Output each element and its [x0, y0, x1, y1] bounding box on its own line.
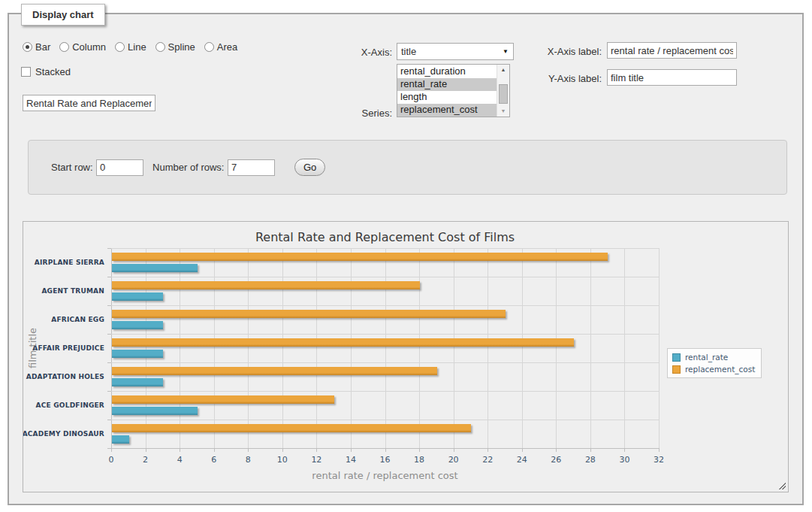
bar-replacement_cost[interactable] [112, 253, 608, 261]
chart-legend: rental_ratereplacement_cost [667, 348, 762, 378]
bar-rental_rate[interactable] [112, 264, 198, 272]
x-tick-label: 16 [374, 455, 397, 465]
chart-type-radio-bar[interactable]: Bar [23, 41, 50, 53]
series-options: rental_durationrental_ratelengthreplacem… [397, 65, 497, 117]
gridline-v [146, 248, 146, 448]
legend-label: replacement_cost [685, 365, 755, 374]
x-axis-tick [111, 449, 112, 452]
y-axis-label-input[interactable] [607, 69, 737, 86]
x-tick-label: 32 [647, 455, 670, 465]
y-axis-label-label: Y-Axis label: [527, 73, 602, 84]
rows-panel: Start row: Number of rows: Go [28, 140, 787, 195]
chart-type-radio-line[interactable]: Line [115, 41, 146, 53]
x-axis-label-input[interactable] [607, 42, 737, 59]
go-button[interactable]: Go [294, 159, 325, 176]
chart-type-radio-column[interactable]: Column [59, 41, 106, 53]
gridline-v [180, 248, 180, 448]
x-axis-tick [316, 449, 317, 452]
bar-rental_rate[interactable] [112, 378, 163, 386]
radio-label: Spline [168, 41, 195, 53]
bar-rental_rate[interactable] [112, 407, 198, 415]
chart-type-radio-spline[interactable]: Spline [155, 41, 195, 53]
bar-replacement_cost[interactable] [112, 395, 334, 404]
y-axis-tick [107, 391, 111, 392]
x-axis-tick [624, 449, 625, 452]
bar-rental_rate[interactable] [112, 292, 163, 301]
gridline-v [454, 248, 454, 448]
gridline-v [214, 248, 215, 448]
bar-rental_rate[interactable] [112, 321, 163, 329]
bar-rental_rate[interactable] [112, 350, 163, 358]
chart-type-radiogroup: BarColumnLineSplineArea [23, 41, 243, 53]
legend-swatch-icon [672, 365, 681, 374]
x-axis-line [111, 448, 660, 449]
x-tick-label: 22 [476, 455, 499, 465]
resize-handle-icon[interactable] [777, 481, 786, 489]
legend-item-replacement_cost[interactable]: replacement_cost [672, 365, 755, 374]
bar-replacement_cost[interactable] [112, 338, 574, 347]
series-option-rental_duration[interactable]: rental_duration [397, 65, 497, 78]
chart-title-input[interactable] [23, 95, 155, 111]
bar-replacement_cost[interactable] [112, 281, 420, 289]
x-tick-label: 18 [408, 455, 430, 465]
x-axis-title: rental rate / replacement cost [111, 470, 659, 481]
x-axis-tick [659, 449, 660, 452]
x-axis-tick [590, 449, 591, 452]
gridline-h [111, 305, 659, 306]
gridline-h [111, 334, 659, 335]
gridline-v [556, 248, 557, 448]
gridline-v [624, 248, 625, 448]
bar-replacement_cost[interactable] [112, 424, 471, 432]
panel-title: Display chart [21, 4, 105, 26]
series-scrollbar[interactable]: ▲ ▼ [497, 65, 509, 117]
gridline-v [351, 248, 352, 448]
chart-container: Rental Rate and Replacement Cost of Film… [23, 221, 789, 492]
x-tick-label: 2 [134, 455, 157, 465]
scrollbar-thumb[interactable] [499, 84, 508, 104]
series-option-length[interactable]: length [397, 91, 497, 104]
x-axis-label-label: X-Axis label: [527, 46, 602, 57]
x-axis-tick [146, 449, 146, 452]
stacked-row: Stacked [21, 66, 71, 77]
gridline-v [282, 248, 283, 448]
series-option-replacement_cost[interactable]: replacement_cost [397, 104, 497, 117]
x-axis-select[interactable]: title ▼ [397, 43, 514, 60]
num-rows-input[interactable] [228, 159, 275, 176]
chevron-down-icon: ▼ [503, 48, 509, 55]
x-axis-tick [419, 449, 420, 452]
gridline-h [111, 420, 659, 420]
x-axis-tick [385, 449, 386, 452]
y-axis-tick [107, 334, 111, 335]
num-rows-label: Number of rows: [152, 162, 224, 173]
chart-title: Rental Rate and Replacement Cost of Film… [111, 230, 659, 244]
x-axis-tick [488, 449, 488, 452]
series-option-rental_rate[interactable]: rental_rate [397, 78, 497, 91]
chart-type-radio-area[interactable]: Area [204, 41, 237, 53]
x-axis-tick [556, 449, 557, 452]
y-axis-tick [107, 362, 111, 363]
x-axis-tick [214, 449, 215, 452]
stacked-checkbox[interactable] [21, 67, 31, 77]
start-row-input[interactable] [96, 159, 143, 176]
legend-label: rental_rate [685, 353, 728, 362]
legend-item-rental_rate[interactable]: rental_rate [672, 353, 755, 362]
x-tick-label: 12 [305, 455, 328, 465]
bar-replacement_cost[interactable] [112, 310, 506, 318]
bar-replacement_cost[interactable] [112, 367, 437, 375]
gridline-h [111, 277, 659, 277]
y-axis-tick [107, 305, 111, 306]
y-axis-tick [107, 277, 111, 277]
radio-label: Column [72, 41, 106, 53]
gridline-v [248, 248, 249, 448]
x-tick-label: 10 [271, 455, 294, 465]
gridline-h [111, 391, 659, 392]
display-chart-panel: Display chart BarColumnLineSplineArea St… [8, 13, 804, 505]
scroll-down-icon[interactable]: ▼ [497, 106, 509, 117]
x-axis-select-value: title [401, 46, 416, 57]
scroll-up-icon[interactable]: ▲ [497, 65, 509, 75]
series-listbox[interactable]: rental_durationrental_ratelengthreplacem… [397, 64, 510, 117]
y-axis-title: film title [26, 248, 38, 448]
radio-icon [115, 42, 125, 52]
x-tick-label: 0 [100, 455, 122, 465]
bar-rental_rate[interactable] [112, 435, 129, 444]
